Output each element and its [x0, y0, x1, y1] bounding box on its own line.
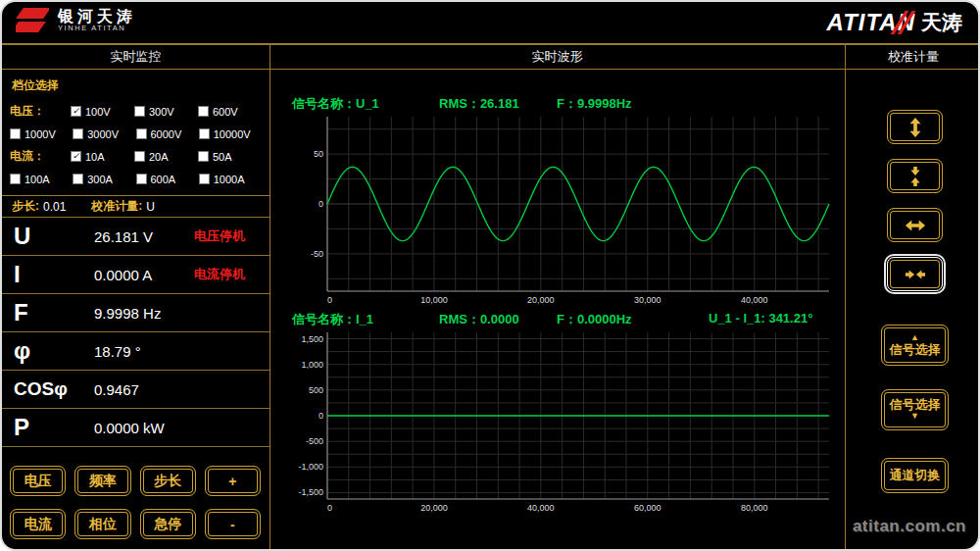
measurement-value: 26.181 V: [94, 228, 194, 245]
measurement-row-current: I 0.0000 A 电流停机: [2, 256, 270, 294]
emergency-stop-button[interactable]: 急停: [140, 509, 196, 539]
checkbox-label: 1000A: [214, 174, 245, 185]
monitor-panel: 档位选择 电压： ✓ 100V 300V 600V 1000V: [2, 70, 270, 549]
title-bar: 实时监控 实时波形 校准计量: [2, 45, 978, 70]
measurement-value: 0.0000 kW: [94, 420, 194, 436]
channel-switch-button[interactable]: 通道切换: [881, 458, 949, 493]
checkbox-300a[interactable]: 300A: [73, 174, 135, 185]
checkbox-box: [199, 174, 210, 184]
svg-text:10,000: 10,000: [420, 295, 448, 305]
checkbox-100a[interactable]: 100A: [10, 174, 73, 185]
measurement-value: 0.9467: [94, 381, 194, 398]
checkbox-label: 100A: [24, 174, 50, 185]
checkbox-label: 600V: [213, 106, 238, 118]
measurement-row-cos-phi: COSφ 0.9467: [2, 371, 270, 409]
checkbox-label: 20A: [149, 151, 169, 163]
checkbox-label: 50A: [213, 151, 232, 163]
svg-text:1,000: 1,000: [301, 360, 323, 370]
checkbox-label: 1000V: [24, 128, 56, 140]
checkbox-50a[interactable]: 50A: [198, 151, 262, 163]
svg-text:0: 0: [327, 503, 332, 513]
control-row-2: 电流 相位 急停 -: [10, 509, 261, 539]
status-row: 步长: 0.01 校准计量: U: [2, 196, 270, 217]
current-label: 电流：: [10, 148, 71, 165]
tab-calibration[interactable]: 校准计量: [845, 45, 980, 69]
signal-rms-i1: RMS：0.0000: [439, 311, 557, 328]
waveform-panel: 信号名称：U_1 RMS：26.181 F：9.9998Hz 500-50010…: [270, 70, 845, 549]
waveform-chart-i1: 1,5001,0005000-500-1,000-1,500020,00040,…: [288, 328, 837, 517]
voltage-button[interactable]: 电压: [10, 466, 66, 496]
checkbox-6000v[interactable]: 6000V: [136, 128, 199, 140]
checkbox-box: [199, 128, 210, 139]
watermark: atitan.com.cn: [853, 517, 966, 536]
chart2-info: 信号名称：I_1 RMS：0.0000 F：0.0000Hz U_1 - I_1…: [292, 311, 812, 328]
checkbox-3000v[interactable]: 3000V: [73, 128, 135, 140]
channel-switch-label: 通道切换: [890, 469, 941, 482]
signal-select-up-button[interactable]: ▲ 信号选择: [881, 325, 949, 366]
expand-vertical-button[interactable]: [887, 110, 943, 144]
checkbox-label: 3000V: [87, 128, 119, 140]
svg-text:40,000: 40,000: [527, 503, 555, 513]
checkbox-1000a[interactable]: 1000A: [199, 174, 262, 185]
compress-vertical-icon: [905, 166, 926, 187]
control-button-grid: 电压 频率 步长 + 电流 相位 急停 -: [10, 453, 261, 539]
svg-text:-500: -500: [306, 436, 323, 446]
phase-button[interactable]: 相位: [74, 509, 130, 539]
checkbox-10a[interactable]: ✓ 10A: [71, 151, 134, 163]
status-badge: 电压停机: [194, 227, 245, 245]
measurement-symbol: I: [14, 261, 94, 288]
signal-name-i1: 信号名称：I_1: [292, 311, 439, 328]
step-label: 步长:: [12, 198, 39, 215]
calib-mode-value: U: [146, 200, 155, 214]
calib-mode-label: 校准计量:: [91, 198, 142, 215]
check-mark: ✓: [73, 106, 80, 116]
status-badge: 电流停机: [194, 266, 245, 283]
checkbox-1000v[interactable]: 1000V: [10, 128, 73, 140]
checkbox-10000v[interactable]: 10000V: [199, 128, 262, 140]
checkbox-box: [134, 151, 145, 162]
checkbox-label: 10000V: [214, 128, 251, 140]
compress-horizontal-button[interactable]: [887, 257, 943, 291]
decrement-button[interactable]: -: [205, 509, 261, 539]
measurement-row-frequency: F 9.9998 Hz: [2, 294, 270, 332]
measurement-value: 18.79 °: [94, 343, 194, 360]
measurement-symbol: P: [14, 414, 94, 441]
waveform-chart-u1: 500-50010,00020,00030,00040,000: [288, 113, 837, 309]
checkbox-box: [10, 128, 21, 139]
checkbox-label: 300A: [87, 174, 113, 185]
checkbox-box: [10, 174, 21, 184]
measurement-value: 9.9998 Hz: [94, 305, 194, 322]
expand-vertical-icon: [905, 117, 926, 138]
svg-text:20,000: 20,000: [420, 503, 448, 513]
brand-name-cn: 银河天涛: [58, 8, 136, 25]
measurement-row-power: P 0.0000 kW: [2, 409, 270, 447]
compress-vertical-button[interactable]: [887, 159, 943, 193]
svg-text:20,000: 20,000: [527, 295, 555, 305]
checkbox-box: [73, 128, 83, 139]
svg-text:0: 0: [327, 295, 332, 305]
phase-difference: U_1 - I_1: 341.21°: [709, 311, 812, 328]
compress-horizontal-icon: [905, 264, 926, 285]
checkbox-100v[interactable]: ✓ 100V: [71, 106, 134, 118]
checkbox-300v[interactable]: 300V: [134, 106, 198, 118]
atitan-logo: ATITAN 天涛: [827, 9, 962, 36]
current-button[interactable]: 电流: [10, 509, 66, 539]
signal-freq-i1: F：0.0000Hz: [557, 311, 709, 328]
checkbox-box: [134, 106, 145, 117]
control-row-1: 电压 频率 步长 +: [10, 466, 261, 496]
step-button[interactable]: 步长: [140, 466, 196, 496]
svg-text:40,000: 40,000: [741, 295, 768, 305]
checkbox-20a[interactable]: 20A: [134, 151, 198, 163]
checkbox-600a[interactable]: 600A: [136, 174, 199, 185]
arrow-down-icon: ▼: [910, 412, 919, 421]
side-toolbar: ▲ 信号选择 信号选择 ▼ 通道切换: [846, 70, 980, 549]
signal-select-down-button[interactable]: 信号选择 ▼: [881, 389, 949, 430]
measurement-row-phase: φ 18.79 °: [2, 332, 270, 371]
expand-horizontal-button[interactable]: [887, 208, 943, 242]
increment-button[interactable]: +: [205, 466, 261, 496]
brand-name-en: YINHE ATITAN: [58, 25, 136, 32]
checkbox-600v[interactable]: 600V: [198, 106, 262, 118]
checkbox-box: ✓: [71, 106, 81, 117]
chart1-info: 信号名称：U_1 RMS：26.181 F：9.9998Hz: [292, 95, 709, 113]
frequency-button[interactable]: 频率: [74, 466, 130, 496]
